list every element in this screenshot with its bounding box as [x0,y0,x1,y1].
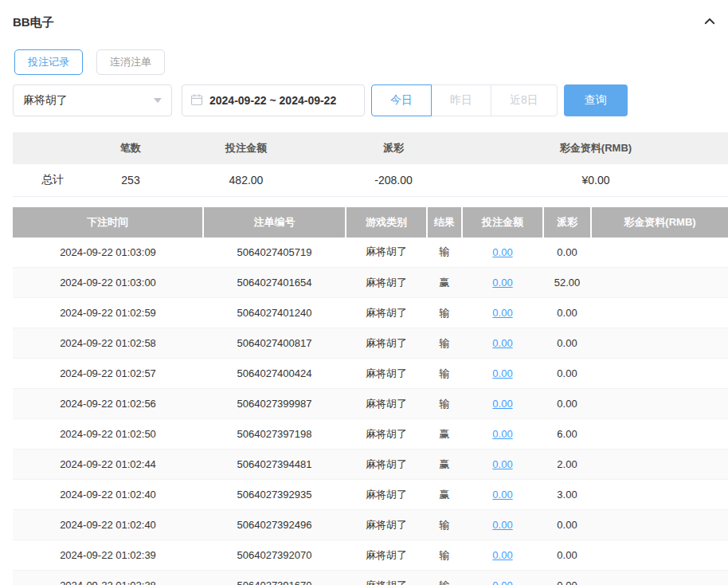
cell-game-type: 麻将胡了 [346,450,427,480]
cell-game-type: 麻将胡了 [346,389,427,419]
cell-jackpot [591,328,728,359]
bet-amount-link[interactable]: 0.00 [492,277,512,289]
records-header-row: 下注时间 注单编号 游戏类别 结果 投注金额 派彩 彩金资料(RMB) [13,207,728,238]
table-row: 2024-09-22 01:02:595064027401240麻将胡了输0.0… [13,298,728,328]
cell-bet-amount: 0.00 [462,480,543,510]
filter-bar: 麻将胡了 2024-09-22 ~ 2024-09-22 今日 昨日 近8日 查… [13,84,728,116]
cell-jackpot [591,238,728,268]
tab-bet-records[interactable]: 投注记录 [14,49,83,75]
bet-amount-link[interactable]: 0.00 [492,519,512,531]
cell-result: 赢 [427,268,462,298]
cell-jackpot [591,571,728,585]
bet-amount-link[interactable]: 0.00 [492,246,512,258]
bet-amount-link[interactable]: 0.00 [492,549,512,561]
cell-bet-id: 5064027401240 [203,298,346,328]
table-row: 2024-09-22 01:02:585064027400817麻将胡了输0.0… [13,328,728,359]
cell-result: 输 [427,359,462,389]
bet-amount-link[interactable]: 0.00 [492,428,512,440]
summary-header-empty [13,132,92,164]
cell-result: 赢 [427,480,462,510]
cell-payout: 0.00 [543,298,591,328]
table-row: 2024-09-22 01:02:405064027392935麻将胡了赢0.0… [13,480,728,510]
cell-bet-id: 5064027391670 [203,571,346,585]
bet-amount-link[interactable]: 0.00 [492,398,512,410]
cell-jackpot [591,389,728,419]
table-row: 2024-09-22 01:02:575064027400424麻将胡了输0.0… [13,359,728,389]
header-payout: 派彩 [543,207,591,238]
header-jackpot: 彩金资料(RMB) [591,207,728,238]
cell-result: 输 [427,298,462,328]
cell-bet-time: 2024-09-22 01:02:56 [13,389,203,419]
cell-bet-id: 5064027401654 [203,268,346,298]
cell-jackpot [591,540,728,571]
date-range-input[interactable]: 2024-09-22 ~ 2024-09-22 [182,84,365,116]
header-bet-amount: 投注金额 [462,207,543,238]
header-game-type: 游戏类别 [346,207,427,238]
table-row: 2024-09-22 01:02:565064027399987麻将胡了输0.0… [13,389,728,419]
collapse-panel-button[interactable] [703,14,717,31]
bet-amount-link[interactable]: 0.00 [492,337,512,349]
tab-cancelled-bets[interactable]: 连消注单 [96,49,165,75]
chevron-up-icon [703,14,717,31]
cell-game-type: 麻将胡了 [346,419,427,450]
bet-amount-link[interactable]: 0.00 [492,458,512,470]
calendar-icon [190,93,203,108]
cell-bet-amount: 0.00 [462,419,543,450]
cell-jackpot [591,359,728,389]
yesterday-button[interactable]: 昨日 [431,84,491,116]
header-result: 结果 [427,207,462,238]
quick-date-buttons: 今日 昨日 近8日 [371,84,558,116]
summary-total-label: 总计 [13,164,92,196]
last-8-days-button[interactable]: 近8日 [491,84,558,116]
summary-count-value: 253 [92,164,169,196]
cell-bet-amount: 0.00 [462,328,543,359]
cell-bet-time: 2024-09-22 01:03:09 [13,238,203,268]
cell-payout: 0.00 [543,359,591,389]
summary-bet-amount-value: 482.00 [169,164,323,196]
bet-amount-link[interactable]: 0.00 [492,367,512,379]
cell-bet-amount: 0.00 [462,540,543,571]
cell-bet-id: 5064027394481 [203,450,346,480]
cell-payout: 2.00 [543,450,591,480]
cell-bet-time: 2024-09-22 01:02:40 [13,510,203,540]
bet-amount-link[interactable]: 0.00 [492,489,512,501]
summary-header-jackpot: 彩金资料(RMB) [464,132,728,164]
cell-result: 输 [427,238,462,268]
bet-amount-link[interactable]: 0.00 [492,307,512,319]
table-row: 2024-09-22 01:03:095064027405719麻将胡了输0.0… [13,238,728,268]
cell-bet-amount: 0.00 [462,571,543,585]
summary-header-bet-amount: 投注金额 [169,132,323,164]
records-table: 下注时间 注单编号 游戏类别 结果 投注金额 派彩 彩金资料(RMB) 2024… [13,207,728,585]
cell-result: 输 [427,510,462,540]
cell-bet-time: 2024-09-22 01:02:38 [13,571,203,585]
cell-game-type: 麻将胡了 [346,571,427,585]
summary-jackpot-value: ¥0.00 [464,164,728,196]
game-select[interactable]: 麻将胡了 [13,84,172,116]
record-type-tabs: 投注记录 连消注单 [14,49,728,75]
cell-jackpot [591,450,728,480]
records-table-body: 2024-09-22 01:03:095064027405719麻将胡了输0.0… [13,238,728,585]
cell-bet-time: 2024-09-22 01:02:44 [13,450,203,480]
cell-jackpot [591,419,728,450]
cell-payout: 3.00 [543,480,591,510]
cell-result: 输 [427,540,462,571]
cell-bet-time: 2024-09-22 01:02:58 [13,328,203,359]
cell-game-type: 麻将胡了 [346,540,427,571]
chevron-down-icon [154,98,162,103]
cell-payout: 0.00 [543,571,591,585]
header-bet-id: 注单编号 [203,207,346,238]
cell-game-type: 麻将胡了 [346,359,427,389]
cell-game-type: 麻将胡了 [346,480,427,510]
bet-amount-link[interactable]: 0.00 [492,579,512,585]
cell-bet-id: 5064027400424 [203,359,346,389]
query-button[interactable]: 查询 [564,84,628,116]
summary-table: 笔数 投注金额 派彩 彩金资料(RMB) 总计 253 482.00 -208.… [13,132,728,197]
cell-result: 输 [427,571,462,585]
cell-bet-amount: 0.00 [462,359,543,389]
cell-jackpot [591,298,728,328]
cell-bet-time: 2024-09-22 01:03:00 [13,268,203,298]
cell-bet-amount: 0.00 [462,450,543,480]
today-button[interactable]: 今日 [371,84,432,116]
cell-payout: 0.00 [543,540,591,571]
cell-game-type: 麻将胡了 [346,298,427,328]
